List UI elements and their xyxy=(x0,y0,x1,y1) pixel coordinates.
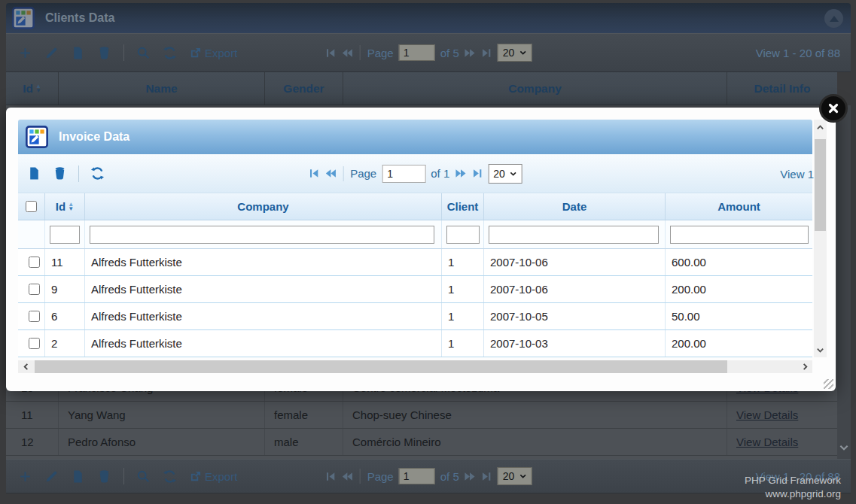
refresh-icon[interactable] xyxy=(163,46,177,60)
table-row[interactable]: 9 Alfreds Futterkiste 1 2007-10-06 200.0… xyxy=(18,276,812,303)
scrollbar-thumb[interactable] xyxy=(35,360,727,373)
collapse-arrow-icon xyxy=(830,16,839,22)
page-size-value: 20 xyxy=(503,47,515,59)
view-file-icon[interactable] xyxy=(27,166,41,181)
scroll-down-icon[interactable] xyxy=(839,442,849,453)
row-checkbox[interactable] xyxy=(29,338,40,349)
page-number-input[interactable] xyxy=(399,44,435,61)
collapse-grid-button[interactable] xyxy=(824,9,843,28)
filter-client-input[interactable] xyxy=(446,226,480,244)
toolbar-separator xyxy=(123,468,124,484)
page-size-select[interactable]: 20 xyxy=(498,467,532,485)
page-size-select[interactable]: 20 xyxy=(488,164,522,184)
scroll-down-icon[interactable] xyxy=(814,344,827,356)
first-page-button[interactable] xyxy=(325,471,337,482)
page-number-input[interactable] xyxy=(382,165,425,183)
clients-vertical-scrollbar[interactable] xyxy=(837,105,851,459)
horizontal-scrollbar[interactable] xyxy=(18,360,812,373)
column-header-gender[interactable]: Gender xyxy=(265,72,343,105)
filter-amount-input[interactable] xyxy=(670,226,809,244)
chevron-down-icon xyxy=(519,472,526,480)
select-all-cell xyxy=(18,193,45,220)
page-label: Page xyxy=(350,167,376,180)
filter-id-input[interactable] xyxy=(50,226,80,244)
first-page-button[interactable] xyxy=(308,168,319,179)
sort-icons: ▲▼ xyxy=(68,202,74,211)
column-header-client[interactable]: Client xyxy=(442,193,484,220)
view-file-icon[interactable] xyxy=(71,46,85,60)
refresh-icon[interactable] xyxy=(163,469,177,484)
close-icon xyxy=(827,102,839,114)
table-row[interactable]: 2 Alfreds Futterkiste 1 2007-10-03 200.0… xyxy=(18,330,812,357)
filter-date-input[interactable] xyxy=(489,226,659,244)
invoice-modal: Invoice Data Page of 1 xyxy=(6,108,836,391)
clients-header-row: Id ▲▼ Name Gender Company Detail Info xyxy=(6,72,837,105)
column-header-amount[interactable]: Amount xyxy=(666,193,812,220)
scroll-up-icon[interactable] xyxy=(814,121,827,133)
chevron-down-icon xyxy=(519,49,526,56)
first-page-button[interactable] xyxy=(325,47,337,59)
table-row[interactable]: 11 Yang Wang female Chop-suey Chinese Vi… xyxy=(6,402,837,429)
row-checkbox[interactable] xyxy=(29,284,40,295)
add-icon[interactable] xyxy=(18,469,32,484)
view-status: View 1 xyxy=(780,167,814,180)
search-icon[interactable] xyxy=(136,469,151,484)
page-number-input[interactable] xyxy=(399,468,435,484)
export-button[interactable]: Export xyxy=(189,47,237,59)
table-row[interactable]: 6 Alfreds Futterkiste 1 2007-10-05 50.00 xyxy=(18,303,812,330)
toolbar-separator xyxy=(123,44,124,61)
export-button[interactable]: Export xyxy=(189,470,237,483)
next-page-button[interactable] xyxy=(465,47,476,59)
column-header-company[interactable]: Company xyxy=(343,72,727,105)
column-header-detail[interactable]: Detail Info xyxy=(727,72,837,105)
select-all-checkbox[interactable] xyxy=(26,201,37,212)
view-file-icon[interactable] xyxy=(71,469,85,484)
clients-grid-title: Clients Data xyxy=(45,11,114,25)
delete-trash-icon[interactable] xyxy=(97,469,111,484)
last-page-button[interactable] xyxy=(481,47,492,59)
scrollbar-thumb[interactable] xyxy=(815,139,826,231)
last-page-button[interactable] xyxy=(471,168,483,179)
prev-page-button[interactable] xyxy=(324,168,336,179)
delete-trash-icon[interactable] xyxy=(97,46,111,60)
search-icon[interactable] xyxy=(136,46,151,60)
invoice-header-row: Id ▲▼ Company Client Date Amount xyxy=(18,193,812,220)
next-page-button[interactable] xyxy=(465,471,476,482)
delete-trash-icon[interactable] xyxy=(53,166,67,181)
add-icon[interactable] xyxy=(18,46,32,60)
next-page-button[interactable] xyxy=(455,168,466,179)
table-row[interactable]: 12 Pedro Afonso male Comércio Mineiro Vi… xyxy=(6,429,837,456)
pager-separator xyxy=(360,469,361,484)
close-modal-button[interactable] xyxy=(819,94,848,123)
vertical-scrollbar[interactable] xyxy=(814,120,827,357)
toolbar-icons: Export xyxy=(18,44,237,61)
edit-pencil-icon[interactable] xyxy=(44,46,59,60)
scroll-right-icon[interactable] xyxy=(797,360,812,373)
filter-company-input[interactable] xyxy=(90,226,434,244)
column-header-date[interactable]: Date xyxy=(484,193,666,220)
view-details-link[interactable]: View Details xyxy=(736,408,798,421)
column-header-id[interactable]: Id ▲▼ xyxy=(6,72,59,105)
table-row[interactable]: 11 Alfreds Futterkiste 1 2007-10-06 600.… xyxy=(18,249,812,276)
prev-page-button[interactable] xyxy=(342,47,353,59)
invoice-titlebar[interactable]: Invoice Data xyxy=(18,120,812,154)
refresh-icon[interactable] xyxy=(90,166,105,181)
column-header-company[interactable]: Company xyxy=(85,193,442,220)
column-header-name[interactable]: Name xyxy=(59,72,265,105)
page-size-value: 20 xyxy=(493,168,505,180)
prev-page-button[interactable] xyxy=(342,471,353,482)
chevron-down-icon xyxy=(510,170,517,178)
page-size-select[interactable]: 20 xyxy=(498,44,532,62)
view-details-link[interactable]: View Details xyxy=(736,436,798,448)
watermark-line2: www.phpgrid.org xyxy=(745,487,841,501)
row-checkbox[interactable] xyxy=(29,311,40,322)
sort-icons: ▲▼ xyxy=(35,84,41,93)
column-header-id[interactable]: Id ▲▼ xyxy=(45,193,85,220)
clients-pager-bottom: Page of 5 20 xyxy=(325,467,532,485)
edit-pencil-icon[interactable] xyxy=(44,469,59,484)
scroll-left-icon[interactable] xyxy=(18,360,33,373)
resize-grip[interactable] xyxy=(824,379,833,389)
phpgrid-logo-icon xyxy=(12,7,35,29)
row-checkbox[interactable] xyxy=(29,257,40,268)
last-page-button[interactable] xyxy=(481,471,492,482)
